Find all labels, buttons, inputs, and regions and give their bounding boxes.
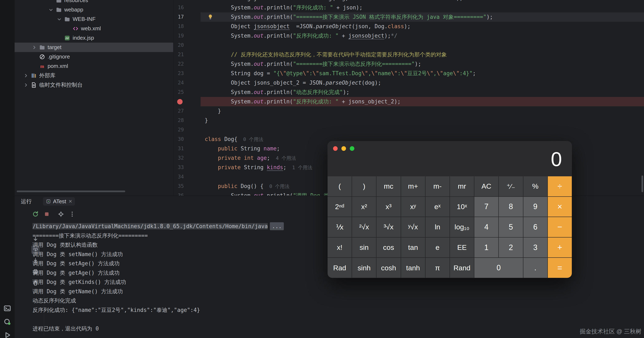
usage-hint[interactable]: 0 个用法 [238,137,263,142]
line-number[interactable]: 17 [174,12,184,22]
more-icon[interactable] [68,210,76,218]
calc-key-x[interactable]: x² [352,197,376,217]
calc-key-2[interactable]: 2 [499,237,523,258]
line-number[interactable]: 21 [174,50,184,59]
tab-atest[interactable]: ATest × [43,197,75,206]
calc-key-e[interactable]: eˣ [426,197,450,217]
tree-item-gitignore[interactable]: .gitignore [14,52,173,61]
calc-key-x[interactable]: ʸ√x [401,217,425,237]
tree-item-item[interactable]: 外部库 [14,71,173,80]
close-icon[interactable]: × [69,198,72,204]
calc-key-x[interactable]: ³√x [376,217,400,237]
calc-key-e[interactable]: e [426,237,450,258]
calc-key-m[interactable]: m- [426,176,450,196]
code-line[interactable]: System.out.println("反序列化成功: " + jsons_ob… [205,97,644,106]
code-line[interactable]: System.out.println("========接下来演示 JSON 格… [205,12,644,22]
runplay-icon[interactable] [3,331,12,338]
calc-key-tan[interactable]: tan [401,237,425,258]
line-number[interactable]: 28 [174,116,184,125]
calc-key-x[interactable]: xʸ [401,197,425,217]
tree-item-web-xml[interactable]: web.xml [14,24,173,33]
chevron-right-icon[interactable] [22,82,30,88]
calc-key-ee[interactable]: EE [450,237,474,258]
calc-key-log[interactable]: log₁₀ [450,217,474,237]
chevron-down-icon[interactable] [47,7,55,13]
calc-key-cosh[interactable]: cosh [376,258,400,278]
settings-icon[interactable] [57,210,65,218]
line-number[interactable]: 36 [174,191,184,196]
calc-key-x[interactable]: ²√x [352,217,376,237]
line-number[interactable]: 16 [174,3,184,12]
line-number[interactable]: 20 [174,41,184,50]
tree-item-pom-xml[interactable]: mpom.xml [14,61,173,71]
code-line[interactable]: Object jsonsobject =JSON.parseObject(jso… [205,22,644,31]
calc-key-item[interactable]: . [524,258,548,278]
usage-hint[interactable]: 0 个用法 [264,184,290,189]
chevron-right-icon[interactable] [22,73,30,79]
code-line[interactable]: System.out.println("动态反序列化完成"); [205,88,644,97]
calc-key-10[interactable]: 10ˣ [450,197,474,217]
calc-key-x[interactable]: x³ [376,197,400,217]
line-number[interactable]: 18 [174,22,184,31]
calc-key-item[interactable]: % [524,176,548,196]
tree-item-resources[interactable]: resources [14,0,173,5]
calc-key-ac[interactable]: AC [474,176,498,196]
calc-key-rand[interactable]: Rand [450,258,474,278]
calc-key-item[interactable]: = [548,258,572,278]
calc-key-item[interactable]: ⁺⁄₋ [499,176,523,196]
line-number[interactable]: 33 [174,163,184,172]
code-line[interactable]: Object jsons_object_2 = JSON.parseObject… [205,78,644,88]
line-number[interactable]: 23 [174,69,184,78]
line-number[interactable]: 27 [174,106,184,116]
rerun-icon[interactable] [31,210,40,218]
tree-item-index-jsp[interactable]: JSPindex.jsp [14,33,173,43]
minimize-button[interactable] [342,146,346,151]
line-number[interactable]: 24 [174,78,184,88]
terminal-icon[interactable] [3,304,12,312]
line-number[interactable]: 15 [174,0,184,3]
line-number[interactable] [174,97,184,106]
code-line[interactable]: System.out.println("序列化成功: " + json); [205,3,644,12]
calc-key-item[interactable]: × [548,197,572,217]
calc-key-sinh[interactable]: sinh [352,258,376,278]
calc-key-1[interactable]: 1 [474,237,498,258]
calc-key-sin[interactable]: sin [352,237,376,258]
calc-key-ln[interactable]: ln [426,217,450,237]
calc-key-cos[interactable]: cos [376,237,400,258]
calc-key-9[interactable]: 9 [524,197,548,217]
calc-key-x[interactable]: ⅟x [328,217,352,237]
chevron-right-icon[interactable] [30,44,38,51]
line-number[interactable]: 34 [174,172,184,182]
calc-key-4[interactable]: 4 [474,217,498,237]
code-line[interactable]: // 反序列化还支持动态反序列化，不需要在代码中手动指定需要反序列化为那个类的对… [205,50,644,59]
calc-key-item[interactable]: − [548,217,572,237]
line-number[interactable]: 25 [174,88,184,97]
calc-key-rad[interactable]: Rad [328,258,352,278]
calc-key-mc[interactable]: mc [376,176,400,196]
line-number[interactable]: 30 [174,135,184,144]
calc-key-m[interactable]: m+ [401,176,425,196]
line-number[interactable]: 32 [174,153,184,163]
line-number[interactable]: 19 [174,31,184,41]
calc-key-item[interactable]: ) [352,176,376,196]
breakpoint-icon[interactable] [177,99,182,104]
calc-key-5[interactable]: 5 [499,217,523,237]
calc-key-mr[interactable]: mr [450,176,474,196]
tree-item-item[interactable]: 临时文件和控制台 [14,80,173,90]
calc-key-item[interactable]: ÷ [548,176,572,196]
code-line[interactable] [205,125,644,135]
stop-icon[interactable] [42,210,51,218]
usage-hint[interactable]: 1 个用法 [286,165,312,170]
zoom-button[interactable] [350,146,354,151]
close-button[interactable] [333,146,338,151]
line-number[interactable]: 35 [174,182,184,191]
calc-key-item[interactable]: π [426,258,450,278]
code-line[interactable]: System.out.println("========接下来演示动态反序列化=… [205,59,644,69]
calc-key-item[interactable]: ( [328,176,352,196]
calc-key-item[interactable]: + [548,237,572,258]
code-line[interactable]: System.out.println("反序列化成功: " + jsonsobj… [205,31,644,41]
code-line[interactable] [205,41,644,50]
editor-vscrollbar[interactable] [642,175,643,192]
code-line[interactable]: } [205,106,644,116]
tree-item-web-inf[interactable]: WEB-INF [14,15,173,24]
